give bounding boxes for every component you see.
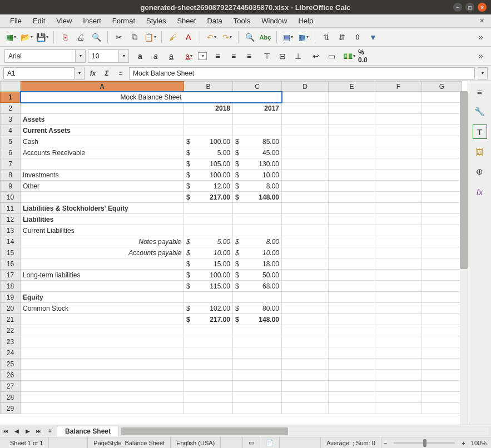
- formula-expand-icon[interactable]: ▾: [478, 67, 488, 79]
- wrap-icon[interactable]: ↩: [309, 49, 323, 63]
- row-header[interactable]: 13: [1, 225, 21, 236]
- corner-cell[interactable]: [1, 82, 21, 92]
- cell[interactable]: $85.00: [233, 136, 282, 147]
- cell[interactable]: $115.00: [184, 281, 233, 292]
- row-header[interactable]: 18: [1, 281, 21, 292]
- menu-view[interactable]: View: [51, 16, 77, 26]
- zoom-slider[interactable]: [394, 442, 455, 444]
- cell[interactable]: $10.00: [184, 247, 233, 258]
- row-header[interactable]: 28: [1, 392, 21, 403]
- col-header-c[interactable]: C: [233, 82, 282, 92]
- row-header[interactable]: 5: [1, 136, 21, 147]
- doc-close-icon[interactable]: ×: [479, 16, 484, 25]
- zoom-out-icon[interactable]: −: [381, 440, 389, 446]
- cell[interactable]: $102.00: [184, 303, 233, 314]
- row-header[interactable]: 20: [1, 303, 21, 314]
- cell[interactable]: Accounts payable: [21, 247, 184, 258]
- row-header[interactable]: 8: [1, 170, 21, 181]
- row-header[interactable]: 16: [1, 258, 21, 270]
- menu-insert[interactable]: Insert: [77, 16, 107, 26]
- cell[interactable]: Current Liabilities: [21, 225, 184, 236]
- cell[interactable]: $10.00: [233, 170, 282, 181]
- cell[interactable]: $80.00: [233, 303, 282, 314]
- row-header[interactable]: 2: [1, 103, 21, 114]
- merge-icon[interactable]: ▭: [325, 49, 338, 63]
- function-wizard-icon[interactable]: fx: [87, 68, 98, 79]
- row-header[interactable]: 21: [1, 314, 21, 325]
- font-size-input[interactable]: 10: [88, 49, 119, 63]
- cell[interactable]: $217.00: [184, 192, 233, 203]
- font-name-input[interactable]: Arial: [4, 49, 76, 63]
- row-header[interactable]: 24: [1, 347, 21, 359]
- font-size-drop-icon[interactable]: ▾: [119, 49, 129, 63]
- align-right-icon[interactable]: ≡: [242, 49, 256, 63]
- cell[interactable]: $217.00: [184, 314, 233, 325]
- formula-input[interactable]: Mock Balance Sheet: [129, 67, 475, 79]
- add-sheet-icon[interactable]: +: [44, 426, 56, 437]
- cell[interactable]: $12.00: [184, 181, 233, 192]
- row-header[interactable]: 17: [1, 270, 21, 281]
- align-left-icon[interactable]: ≡: [211, 49, 225, 63]
- font-name-drop-icon[interactable]: ▾: [76, 49, 86, 63]
- col-header-g[interactable]: G: [422, 82, 462, 92]
- percent-icon[interactable]: % 0.0: [358, 49, 371, 63]
- cell[interactable]: Long-term liabilities: [21, 270, 184, 281]
- row-header[interactable]: 26: [1, 370, 21, 381]
- navigator-icon[interactable]: ⊕: [473, 165, 487, 179]
- toolbar2-more-icon[interactable]: »: [475, 51, 487, 61]
- cell[interactable]: 2017: [233, 103, 282, 114]
- properties-icon[interactable]: 🔧: [473, 104, 487, 119]
- menu-sheet[interactable]: Sheet: [171, 16, 201, 26]
- menu-edit[interactable]: Edit: [27, 16, 51, 26]
- cell[interactable]: Investments: [21, 170, 184, 181]
- cell[interactable]: $50.00: [233, 270, 282, 281]
- sort-icon[interactable]: ⇳: [351, 31, 364, 44]
- functions-icon[interactable]: fx: [473, 185, 487, 199]
- sheet-tab[interactable]: Balance Sheet: [57, 426, 119, 436]
- cell[interactable]: $5.00: [184, 236, 233, 247]
- save-icon[interactable]: 💾: [36, 31, 49, 44]
- clone-format-icon[interactable]: 🖌: [166, 31, 180, 44]
- new-icon[interactable]: ▦: [4, 31, 18, 44]
- row-header[interactable]: 23: [1, 336, 21, 347]
- row-header[interactable]: 3: [1, 114, 21, 125]
- row-icon[interactable]: ▤: [281, 31, 295, 44]
- cell[interactable]: Liabilities: [21, 214, 184, 225]
- menu-help[interactable]: Help: [292, 16, 319, 26]
- col-header-f[interactable]: F: [375, 82, 422, 92]
- cell[interactable]: $8.00: [233, 236, 282, 247]
- close-button[interactable]: ×: [478, 3, 487, 12]
- vertical-scrollbar[interactable]: [460, 91, 468, 425]
- row-header[interactable]: 6: [1, 147, 21, 158]
- cell-a1[interactable]: Mock Balance Sheet: [21, 92, 282, 103]
- row-header[interactable]: 14: [1, 236, 21, 247]
- row-header[interactable]: 22: [1, 325, 21, 336]
- selection-mode-icon[interactable]: ▭: [243, 437, 260, 448]
- gallery-icon[interactable]: 🖼: [473, 145, 487, 159]
- cell[interactable]: $15.00: [184, 258, 233, 270]
- spreadsheet-grid[interactable]: A B C D E F G 1 Mock Balance Sheet 2 201…: [0, 81, 468, 425]
- column-icon[interactable]: ▦: [297, 31, 310, 44]
- font-color-icon[interactable]: a: [182, 49, 196, 63]
- tab-prev-icon[interactable]: ◀: [11, 426, 22, 437]
- col-header-d[interactable]: D: [282, 82, 329, 92]
- bold-icon[interactable]: a: [133, 49, 147, 63]
- cell[interactable]: $8.00: [233, 181, 282, 192]
- cell[interactable]: Liabilities & Stockholders' Equity: [21, 203, 184, 214]
- tab-next-icon[interactable]: ▶: [22, 426, 33, 437]
- cell[interactable]: $148.00: [233, 314, 282, 325]
- menu-format[interactable]: Format: [107, 16, 141, 26]
- undo-icon[interactable]: ↶: [205, 31, 218, 44]
- cell[interactable]: $100.00: [184, 270, 233, 281]
- valign-mid-icon[interactable]: ⊟: [276, 49, 289, 63]
- cut-icon[interactable]: ✂: [112, 31, 126, 44]
- tab-first-icon[interactable]: ⏮: [0, 426, 11, 437]
- col-header-e[interactable]: E: [329, 82, 375, 92]
- open-icon[interactable]: 📂: [20, 31, 33, 44]
- paste-icon[interactable]: 📋: [143, 31, 157, 44]
- highlight-icon[interactable]: [198, 52, 207, 60]
- row-header[interactable]: 1: [1, 92, 21, 103]
- row-header[interactable]: 11: [1, 203, 21, 214]
- export-pdf-icon[interactable]: ⎘: [58, 31, 72, 44]
- sum-icon[interactable]: Σ: [101, 68, 112, 79]
